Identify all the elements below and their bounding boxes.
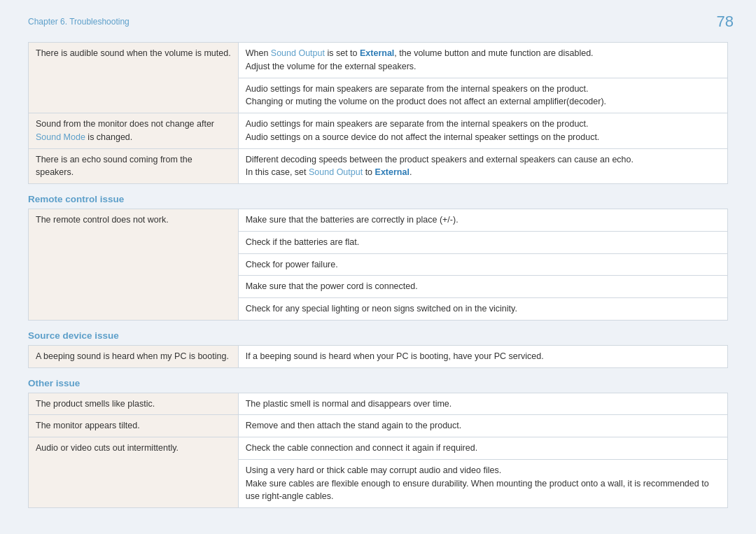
symptom-cell: The product smells like plastic. <box>29 393 239 415</box>
solution-cell: Check if the batteries are flat. <box>238 231 727 253</box>
solution-cell: When Sound Output is set to External, th… <box>238 43 727 78</box>
solution-cell: Check for any special lighting or neon s… <box>238 298 727 321</box>
source-device-heading: Source device issue <box>28 330 728 341</box>
table-row: There is an echo sound coming from the s… <box>29 148 728 184</box>
page-number: 78 <box>717 13 734 31</box>
table-row: The product smells like plastic. The pla… <box>29 393 728 415</box>
solution-cell: Audio settings for main speakers are sep… <box>238 113 727 149</box>
table-row: Sound from the monitor does not change a… <box>29 113 728 149</box>
solution-cell: Make sure that the batteries are correct… <box>238 209 727 232</box>
table-row: There is audible sound when the volume i… <box>29 43 728 78</box>
sound-output-link1: Sound Output <box>271 48 325 58</box>
solution-cell: Remove and then attach the stand again t… <box>238 415 727 437</box>
table-row: The monitor appears tilted. Remove and t… <box>29 415 728 437</box>
solution-cell: Make sure that the power cord is connect… <box>238 276 727 298</box>
solution-cell: Using a very hard or thick cable may cor… <box>238 459 727 507</box>
solution-cell: If a beeping sound is heard when your PC… <box>238 345 727 367</box>
page: 78 Chapter 6. Troubleshooting There is a… <box>0 0 756 534</box>
symptom-cell: There is audible sound when the volume i… <box>29 43 239 113</box>
remote-control-table: The remote control does not work. Make s… <box>28 209 728 321</box>
sound-mode-link: Sound Mode <box>36 132 85 142</box>
external-link1: External <box>360 48 394 58</box>
remote-control-heading: Remote control issue <box>28 194 728 204</box>
sound-output-link2: Sound Output <box>309 167 363 177</box>
symptom-cell: There is an echo sound coming from the s… <box>29 148 239 184</box>
source-device-table: A beeping sound is heard when my PC is b… <box>28 345 728 368</box>
symptom-cell: Sound from the monitor does not change a… <box>29 113 239 149</box>
solution-cell: Audio settings for main speakers are sep… <box>238 78 727 113</box>
content-area: There is audible sound when the volume i… <box>28 42 728 520</box>
table-row: A beeping sound is heard when my PC is b… <box>29 345 728 367</box>
other-issue-heading: Other issue <box>28 378 728 388</box>
table-row: The remote control does not work. Make s… <box>29 209 728 232</box>
chapter-label: Chapter 6. Troubleshooting <box>28 17 130 27</box>
table-row: Audio or video cuts out intermittently. … <box>29 437 728 460</box>
symptom-cell: Audio or video cuts out intermittently. <box>29 437 239 508</box>
other-issue-table: The product smells like plastic. The pla… <box>28 393 728 509</box>
solution-cell: Check the cable connection and connect i… <box>238 437 727 460</box>
sound-issues-table: There is audible sound when the volume i… <box>28 42 728 184</box>
symptom-cell: A beeping sound is heard when my PC is b… <box>29 345 239 367</box>
solution-cell: Check for power failure. <box>238 253 727 276</box>
solution-cell: Different decoding speeds between the pr… <box>238 148 727 184</box>
solution-cell: The plastic smell is normal and disappea… <box>238 393 727 415</box>
symptom-cell: The remote control does not work. <box>29 209 239 321</box>
external-link2: External <box>375 167 410 177</box>
symptom-cell: The monitor appears tilted. <box>29 415 239 437</box>
